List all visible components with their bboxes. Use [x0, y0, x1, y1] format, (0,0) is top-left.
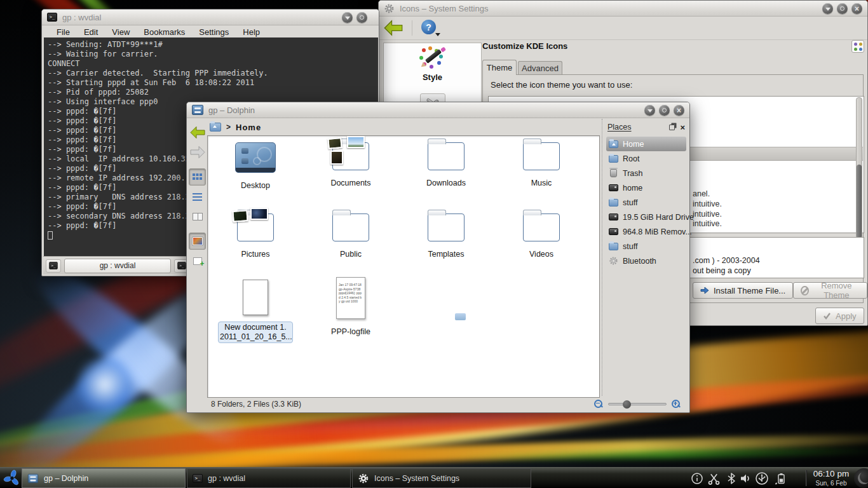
- info-icon[interactable]: [690, 471, 704, 485]
- minimize-button[interactable]: [644, 105, 655, 116]
- apply-button[interactable]: Apply: [815, 308, 864, 324]
- place-item-root[interactable]: Root: [606, 151, 686, 166]
- place-item-stuff2[interactable]: stuff: [606, 239, 686, 254]
- clipboard-scissors-icon[interactable]: [707, 471, 721, 485]
- minimize-button[interactable]: [822, 3, 833, 14]
- terminal-cursor: [48, 231, 53, 240]
- dolphin-statusbar: 8 Folders, 2 Files (3.3 KiB): [188, 396, 688, 411]
- bluetooth-icon[interactable]: [724, 471, 738, 485]
- photo-thumbnail: [232, 210, 248, 222]
- folder-item-downloads[interactable]: Downloads: [398, 142, 494, 187]
- terminal-line: --> Waiting for carrier.: [48, 50, 374, 59]
- menu-view[interactable]: View: [105, 27, 137, 37]
- menu-settings[interactable]: Settings: [192, 27, 236, 37]
- task-label: gp – Dolphin: [44, 474, 88, 483]
- columns-view-button[interactable]: [189, 208, 206, 225]
- battery-icon[interactable]: [774, 471, 788, 485]
- breadcrumb-location[interactable]: Home: [236, 123, 261, 132]
- place-item-removable[interactable]: 964.8 MiB Remov...: [606, 224, 686, 239]
- close-panel-icon[interactable]: ×: [680, 125, 685, 130]
- taskbar-task-terminal[interactable]: gp : wvdial: [187, 468, 351, 488]
- float-panel-icon[interactable]: [669, 125, 675, 130]
- folder-label: Downloads: [398, 179, 494, 187]
- zoom-in-icon[interactable]: [672, 400, 681, 409]
- menu-bookmarks[interactable]: Bookmarks: [137, 27, 192, 37]
- file-item-ppp-logfile[interactable]: Jan 17 09:47:18 gp-Aspire-5738 pppd[1946…: [303, 277, 398, 336]
- taskbar-task-system-settings[interactable]: Icons – System Settings: [352, 468, 531, 488]
- usb-device-icon[interactable]: [755, 471, 769, 485]
- close-button[interactable]: [851, 3, 862, 14]
- clock-time: 06:10 pm: [811, 469, 851, 478]
- place-item-home-drive[interactable]: home: [606, 180, 686, 195]
- instruction-text: Select the icon theme you want to use:: [491, 80, 632, 90]
- sidebar-item-label: Style: [384, 72, 481, 82]
- menu-file[interactable]: File: [50, 27, 77, 37]
- zoom-out-icon[interactable]: [594, 400, 603, 409]
- drive-icon: [609, 228, 618, 235]
- drive-icon: [609, 184, 618, 191]
- terminal-titlebar[interactable]: gp : wvdial: [42, 10, 379, 25]
- maximize-button[interactable]: [356, 12, 367, 23]
- folder-item-pictures[interactable]: Pictures: [208, 214, 303, 259]
- tab-label: Theme: [487, 63, 512, 72]
- details-view-icon: [193, 193, 202, 201]
- folder-icon: [332, 214, 369, 241]
- tab-advanced[interactable]: Advanced: [518, 61, 562, 74]
- place-item-hard-drive[interactable]: 19.5 GiB Hard Drive: [606, 210, 686, 224]
- folder-item-public[interactable]: Public: [303, 214, 398, 259]
- folder-icon: [428, 214, 465, 241]
- icons-view-button[interactable]: [189, 168, 206, 186]
- folder-item-documents[interactable]: Documents: [303, 142, 398, 187]
- back-button[interactable]: [189, 124, 206, 141]
- menu-help[interactable]: Help: [236, 27, 267, 37]
- launcher-button[interactable]: [3, 469, 22, 488]
- chevron-down-icon: [435, 33, 440, 36]
- menu-edit[interactable]: Edit: [77, 27, 105, 37]
- zoom-slider-handle[interactable]: [623, 400, 631, 409]
- place-item-stuff[interactable]: stuff: [606, 195, 686, 210]
- gear-icon: [384, 3, 395, 14]
- folder-item-desktop[interactable]: Desktop: [208, 142, 303, 190]
- back-button[interactable]: [384, 20, 403, 36]
- system-settings-titlebar[interactable]: Icons – System Settings: [379, 1, 867, 17]
- preview-toggle-button[interactable]: [189, 233, 206, 250]
- scrollbar-thumb[interactable]: [857, 165, 862, 238]
- panel-toolbox-cashew[interactable]: [854, 468, 868, 488]
- folder-item-music[interactable]: Music: [494, 142, 589, 187]
- volume-icon[interactable]: [738, 471, 752, 485]
- file-label-line: 2011_01_20_16_5...: [220, 332, 291, 342]
- place-label: Home: [623, 140, 644, 149]
- folder-item-templates[interactable]: Templates: [398, 214, 494, 259]
- new-tab-button[interactable]: [46, 259, 61, 273]
- place-item-bluetooth[interactable]: Bluetooth: [606, 254, 686, 268]
- remove-theme-button[interactable]: Remove Theme: [793, 282, 867, 299]
- place-item-trash[interactable]: Trash: [606, 166, 686, 180]
- module-mini-icon: [851, 40, 864, 53]
- maximize-button[interactable]: [837, 3, 848, 14]
- folder-item-videos[interactable]: Videos: [494, 214, 589, 259]
- home-folder-icon[interactable]: [210, 123, 221, 132]
- folder-view[interactable]: Desktop Documents Downloads Music Pictur…: [207, 135, 600, 398]
- tab-theme[interactable]: Theme: [482, 60, 517, 75]
- folder-label: Pictures: [208, 250, 303, 259]
- file-item-new-document[interactable]: New document 1. 2011_01_20_16_5...: [208, 280, 303, 343]
- close-button[interactable]: [674, 105, 684, 116]
- place-item-home[interactable]: Home: [606, 137, 686, 151]
- split-view-button[interactable]: [189, 252, 206, 269]
- dolphin-titlebar[interactable]: gp – Dolphin: [187, 102, 689, 118]
- theme-list-text: intuitive.: [693, 210, 722, 219]
- theme-description-text: .com ) - 2003-2004: [693, 256, 760, 265]
- help-button[interactable]: [421, 20, 438, 36]
- details-view-button[interactable]: [189, 188, 206, 205]
- zoom-slider[interactable]: [608, 403, 667, 405]
- preview-icon: [193, 237, 203, 245]
- photo-thumbnail: [330, 151, 343, 165]
- taskbar-task-dolphin[interactable]: gp – Dolphin: [22, 468, 186, 488]
- maximize-button[interactable]: [659, 105, 670, 116]
- forward-button[interactable]: [189, 144, 206, 161]
- minimize-button[interactable]: [342, 12, 353, 23]
- clock[interactable]: 06:10 pm Sun, 6 Feb: [811, 469, 851, 488]
- sidebar-item-style[interactable]: Style: [384, 43, 481, 82]
- terminal-tab[interactable]: gp : wvdial: [64, 259, 171, 273]
- install-theme-button[interactable]: Install Theme File...: [693, 282, 793, 299]
